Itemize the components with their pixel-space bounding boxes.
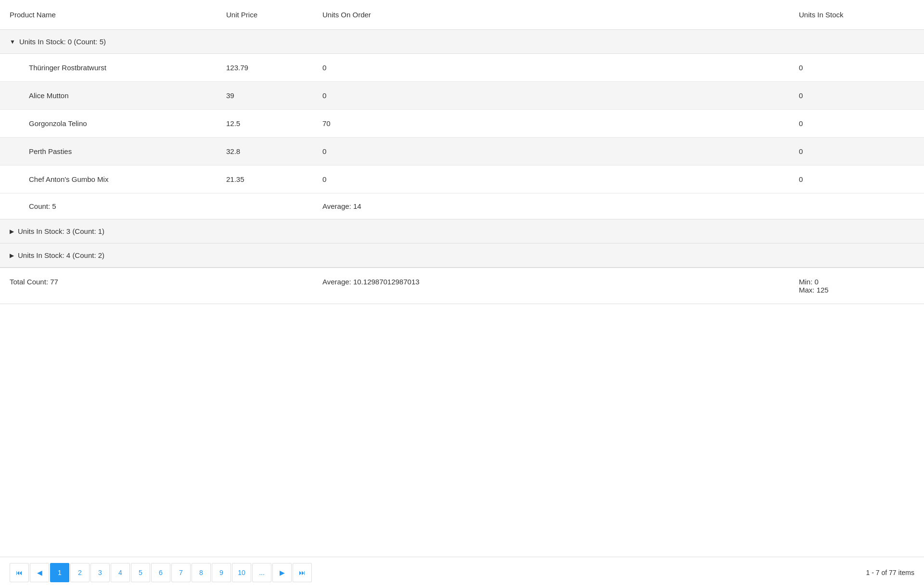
page-button-8[interactable]: 8 (192, 563, 211, 582)
table-row: Alice Mutton 39 0 0 (0, 82, 924, 110)
page-button-1[interactable]: 1 (50, 563, 69, 582)
units-in-stock-cell: 0 (789, 110, 924, 137)
product-name-cell: Gorgonzola Telino (0, 110, 217, 137)
group-count-0: Count: 5 (0, 193, 217, 219)
summary-empty-1 (789, 193, 924, 219)
page-first-button[interactable]: ⏮ (10, 563, 29, 582)
page-button-5[interactable]: 5 (131, 563, 150, 582)
units-in-stock-cell: 0 (789, 138, 924, 165)
total-empty (217, 268, 313, 304)
table-header: Product Name Unit Price Units On Order U… (0, 0, 924, 30)
page-button-4[interactable]: 4 (111, 563, 130, 582)
units-on-order-cell: 0 (313, 166, 789, 193)
product-name-cell: Alice Mutton (0, 82, 217, 109)
page-button-7[interactable]: 7 (171, 563, 191, 582)
page-button-2[interactable]: 2 (70, 563, 90, 582)
unit-price-cell: 12.5 (217, 110, 313, 137)
page-button-6[interactable]: 6 (151, 563, 170, 582)
group-header-0[interactable]: ▼ Units In Stock: 0 (Count: 5) (0, 30, 924, 54)
group-label-4: Units In Stock: 4 (Count: 2) (18, 251, 104, 259)
group-header-4[interactable]: ▶ Units In Stock: 4 (Count: 2) (0, 243, 924, 268)
table-row: Chef Anton's Gumbo Mix 21.35 0 0 (0, 166, 924, 193)
product-name-cell: Perth Pasties (0, 138, 217, 165)
header-product-name: Product Name (0, 0, 217, 29)
pagination-controls: ⏮ ◀ 1 2 3 4 5 6 7 8 9 10 ... ▶ ⏭ (10, 563, 312, 582)
unit-price-cell: 39 (217, 82, 313, 109)
totals-row: Total Count: 77 Average: 10.129870129870… (0, 268, 924, 304)
units-on-order-cell: 0 (313, 54, 789, 81)
group-arrow-4: ▶ (10, 252, 14, 259)
page-button-9[interactable]: 9 (212, 563, 231, 582)
group-label-0: Units In Stock: 0 (Count: 5) (19, 38, 106, 46)
group-arrow-3: ▶ (10, 228, 14, 235)
group-header-3[interactable]: ▶ Units In Stock: 3 (Count: 1) (0, 219, 924, 243)
pagination-bar: ⏮ ◀ 1 2 3 4 5 6 7 8 9 10 ... ▶ ⏭ 1 - 7 o… (0, 557, 924, 588)
unit-price-cell: 21.35 (217, 166, 313, 193)
group-summary-0: Count: 5 Average: 14 (0, 193, 924, 219)
units-in-stock-cell: 0 (789, 82, 924, 109)
units-on-order-cell: 0 (313, 82, 789, 109)
table-row: Gorgonzola Telino 12.5 70 0 (0, 110, 924, 138)
unit-price-cell: 123.79 (217, 54, 313, 81)
product-name-cell: Thüringer Rostbratwurst (0, 54, 217, 81)
units-in-stock-cell: 0 (789, 54, 924, 81)
table-row: Perth Pasties 32.8 0 0 (0, 138, 924, 166)
header-units-on-order: Units On Order (313, 0, 789, 29)
total-average: Average: 10.12987012987013 (313, 268, 789, 304)
page-prev-button[interactable]: ◀ (30, 563, 49, 582)
group-arrow-0: ▼ (10, 38, 15, 45)
page-next-button[interactable]: ▶ (272, 563, 292, 582)
table-row: Thüringer Rostbratwurst 123.79 0 0 (0, 54, 924, 82)
product-name-cell: Chef Anton's Gumbo Mix (0, 166, 217, 193)
units-on-order-cell: 70 (313, 110, 789, 137)
page-info: 1 - 7 of 77 items (866, 569, 914, 576)
units-on-order-cell: 0 (313, 138, 789, 165)
group-label-3: Units In Stock: 3 (Count: 1) (18, 227, 104, 235)
units-in-stock-cell: 0 (789, 166, 924, 193)
group-average-0: Average: 14 (313, 193, 789, 219)
header-units-in-stock: Units In Stock (789, 0, 924, 29)
unit-price-cell: 32.8 (217, 138, 313, 165)
page-button-3[interactable]: 3 (90, 563, 110, 582)
page-button-10[interactable]: 10 (232, 563, 251, 582)
total-count: Total Count: 77 (0, 268, 217, 304)
page-last-button[interactable]: ⏭ (293, 563, 312, 582)
data-table: Product Name Unit Price Units On Order U… (0, 0, 924, 588)
total-max: Max: 125 (799, 286, 914, 294)
summary-empty-0 (217, 193, 313, 219)
page-button-ellipsis[interactable]: ... (252, 563, 271, 582)
total-min-max: Min: 0 Max: 125 (789, 268, 924, 304)
total-min: Min: 0 (799, 278, 914, 286)
header-unit-price: Unit Price (217, 0, 313, 29)
